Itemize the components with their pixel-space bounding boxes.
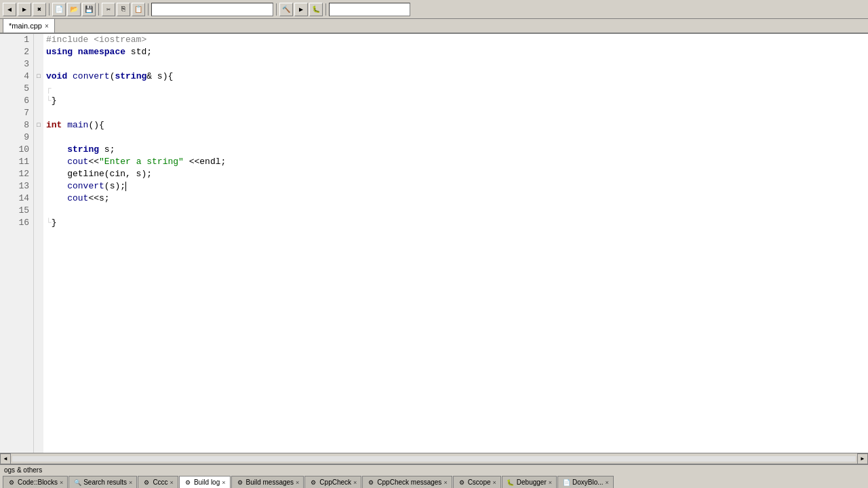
toolbar-btn-cut[interactable]: ✂ bbox=[102, 3, 115, 16]
code-line-8: int main(){ bbox=[46, 119, 865, 131]
bottom-tab-icon-cscope: ⚙ bbox=[458, 479, 466, 487]
ln-5: 5 bbox=[0, 83, 33, 95]
bottom-tab-label-cccc: Cccc bbox=[153, 479, 167, 486]
code-line-13: convert(s); bbox=[46, 180, 865, 192]
bottom-tab-close-cscope[interactable]: × bbox=[493, 479, 496, 486]
bottom-tab-codeblocks[interactable]: ⚙Code::Blocks× bbox=[3, 476, 68, 488]
toolbar-btn-1[interactable]: ◀ bbox=[3, 3, 16, 16]
fold-16 bbox=[34, 217, 43, 229]
ln-14: 14 bbox=[0, 192, 33, 205]
bottom-tab-label-cppcheck-msg: CppCheck messages bbox=[377, 479, 441, 486]
ln-13: 13 bbox=[0, 180, 33, 192]
toolbar-btn-open[interactable]: 📂 bbox=[67, 3, 81, 16]
bottom-tab-label-cscope: Cscope bbox=[468, 479, 491, 486]
bottom-tab-close-cccc[interactable]: × bbox=[170, 479, 174, 486]
bottom-tab-buildlog[interactable]: ⚙Build log× bbox=[179, 476, 231, 488]
bottom-tab-doxyblocks[interactable]: 📄DoxyBlo...× bbox=[557, 476, 614, 488]
code-line-10: string s; bbox=[46, 144, 865, 156]
fold-11 bbox=[34, 156, 43, 168]
code-area[interactable]: #include <iostream> using namespace std;… bbox=[43, 34, 868, 453]
code-line-11: cout<<"Enter a string" <<endl; bbox=[46, 156, 865, 168]
bottom-tab-icon-buildlog: ⚙ bbox=[184, 479, 192, 487]
ln-11: 11 bbox=[0, 156, 33, 168]
bottom-tab-close-buildmessages[interactable]: × bbox=[296, 479, 299, 486]
fold-7 bbox=[34, 107, 43, 119]
fold-3 bbox=[34, 58, 43, 70]
ln-12: 12 bbox=[0, 168, 33, 180]
toolbar-sep-5 bbox=[326, 3, 326, 16]
toolbar-btn-2[interactable]: ▶ bbox=[18, 3, 31, 16]
toolbar-btn-run[interactable]: ▶ bbox=[294, 3, 308, 16]
toolbar-sep-1 bbox=[49, 3, 50, 16]
toolbar-sep-3 bbox=[148, 3, 149, 16]
ln-2: 2 bbox=[0, 46, 33, 58]
code-line-5: ┌ bbox=[46, 83, 865, 95]
search-input-2[interactable] bbox=[329, 3, 410, 16]
toolbar-btn-debug[interactable]: 🐛 bbox=[309, 3, 323, 16]
toolbar-btn-save[interactable]: 💾 bbox=[82, 3, 96, 16]
fold-12 bbox=[34, 168, 43, 180]
toolbar-btn-new[interactable]: 📄 bbox=[52, 3, 66, 16]
code-line-12: getline(cin, s); bbox=[46, 168, 865, 180]
fold-10 bbox=[34, 144, 43, 156]
bottom-tab-icon-cppcheck: ⚙ bbox=[309, 479, 317, 487]
line-numbers: 1 2 3 4 5 6 7 8 9 10 11 12 13 14 15 16 bbox=[0, 34, 34, 453]
bottom-tab-close-debugger[interactable]: × bbox=[549, 479, 552, 486]
bottom-tab-debugger[interactable]: 🐛Debugger× bbox=[502, 476, 557, 488]
toolbar-btn-copy[interactable]: ⎘ bbox=[117, 3, 130, 16]
bottom-tab-buildmessages[interactable]: ⚙Build messages× bbox=[231, 476, 304, 488]
h-scroll-right[interactable]: ▶ bbox=[857, 453, 868, 464]
bottom-tab-close-search[interactable]: × bbox=[129, 479, 132, 486]
ln-16: 16 bbox=[0, 217, 33, 229]
bottom-tab-icon-search: 🔍 bbox=[73, 479, 81, 487]
code-line-1: #include <iostream> bbox=[46, 34, 865, 46]
bottom-tab-close-buildlog[interactable]: × bbox=[222, 479, 225, 486]
bottom-tab-close-cppcheck-msg[interactable]: × bbox=[443, 479, 447, 486]
ln-10: 10 bbox=[0, 144, 33, 156]
bottom-tab-label-buildlog: Build log bbox=[194, 479, 220, 486]
bottom-tab-cccc[interactable]: ⚙Cccc× bbox=[138, 476, 178, 488]
tab-close-icon[interactable]: × bbox=[45, 22, 49, 30]
bottom-tab-search[interactable]: 🔍Search results× bbox=[68, 476, 137, 488]
fold-8[interactable]: □ bbox=[34, 119, 43, 131]
code-line-6: └} bbox=[46, 95, 865, 107]
bottom-tab-icon-doxyblocks: 📄 bbox=[562, 479, 570, 487]
bottom-tab-label-debugger: Debugger bbox=[517, 479, 547, 486]
h-scroll-left[interactable]: ◀ bbox=[0, 453, 11, 464]
bottom-panel: ogs & others ⚙Code::Blocks×🔍Search resul… bbox=[0, 464, 868, 488]
bottom-tab-cppcheck-msg[interactable]: ⚙CppCheck messages× bbox=[362, 476, 452, 488]
bottom-tab-icon-buildmessages: ⚙ bbox=[236, 479, 244, 487]
bottom-tab-label-search: Search results bbox=[83, 479, 127, 486]
toolbar-btn-3[interactable]: ✖ bbox=[33, 3, 46, 16]
fold-15 bbox=[34, 205, 43, 217]
ln-8: 8 bbox=[0, 119, 33, 131]
ln-6: 6 bbox=[0, 95, 33, 107]
fold-4[interactable]: □ bbox=[34, 70, 43, 83]
code-line-4: void convert(string& s){ bbox=[46, 70, 865, 83]
bottom-tab-icon-codeblocks: ⚙ bbox=[7, 479, 16, 487]
h-scroll-track[interactable] bbox=[12, 456, 856, 462]
editor-wrapper: 1 2 3 4 5 6 7 8 9 10 11 12 13 14 15 16 □ bbox=[0, 34, 868, 464]
ln-1: 1 bbox=[0, 34, 33, 46]
h-scrollbar: ◀ ▶ bbox=[0, 453, 868, 464]
bottom-tab-icon-cccc: ⚙ bbox=[142, 479, 151, 487]
bottom-tab-label-codeblocks: Code::Blocks bbox=[18, 479, 58, 486]
toolbar-btn-paste[interactable]: 📋 bbox=[132, 3, 145, 16]
bottom-tab-close-cppcheck[interactable]: × bbox=[353, 479, 357, 486]
ln-4: 4 bbox=[0, 70, 33, 83]
bottom-tab-close-doxyblocks[interactable]: × bbox=[606, 479, 609, 486]
search-input[interactable] bbox=[151, 3, 273, 16]
fold-gutter: □ □ bbox=[34, 34, 43, 453]
tab-main-cpp[interactable]: *main.cpp × bbox=[3, 18, 55, 33]
bottom-tab-close-codeblocks[interactable]: × bbox=[60, 479, 63, 486]
bottom-tab-label-buildmessages: Build messages bbox=[246, 479, 294, 486]
toolbar-btn-build[interactable]: 🔨 bbox=[279, 3, 293, 16]
ln-3: 3 bbox=[0, 58, 33, 70]
tab-bar: *main.cpp × bbox=[0, 19, 868, 34]
code-line-2: using namespace std; bbox=[46, 46, 865, 58]
bottom-tabs: ⚙Code::Blocks×🔍Search results×⚙Cccc×⚙Bui… bbox=[0, 474, 868, 488]
toolbar-sep-4 bbox=[276, 3, 277, 16]
bottom-tab-cppcheck[interactable]: ⚙CppCheck× bbox=[304, 476, 361, 488]
bottom-tab-cscope[interactable]: ⚙Cscope× bbox=[453, 476, 501, 488]
code-line-9 bbox=[46, 131, 865, 144]
